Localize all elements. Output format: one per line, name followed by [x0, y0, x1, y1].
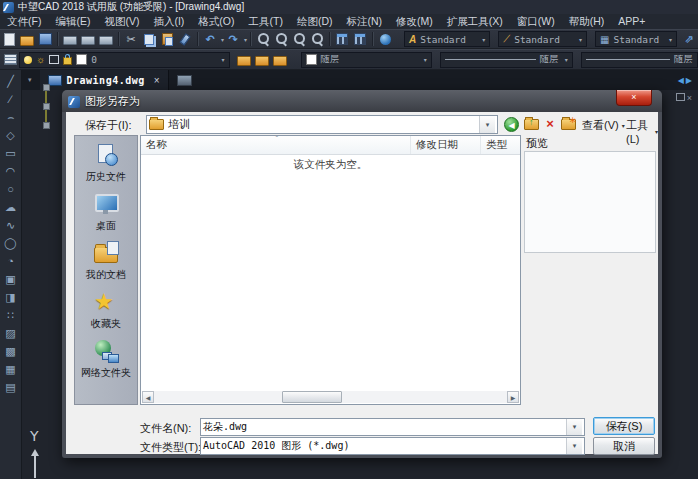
- dialog-close-button[interactable]: ×: [616, 90, 652, 106]
- line-tool-icon[interactable]: ╱: [2, 72, 20, 90]
- menu-app-plus[interactable]: APP+: [611, 14, 652, 29]
- file-list[interactable]: 名称 ˆ 修改日期 类型 该文件夹为空。 ◀ ▶: [140, 135, 521, 405]
- open-icon[interactable]: [19, 32, 35, 46]
- plot-preview-icon[interactable]: [80, 32, 96, 46]
- ellipse-tool-icon[interactable]: ◯: [2, 234, 20, 252]
- construction-line-tool-icon[interactable]: ∕: [2, 90, 20, 108]
- place-favorites[interactable]: ★ 收藏夹: [76, 289, 136, 331]
- menu-file[interactable]: 文件(F): [0, 14, 48, 29]
- layer-viewport-icon[interactable]: [49, 55, 59, 64]
- polygon-tool-icon[interactable]: ◇: [2, 126, 20, 144]
- layer-on-bulb-icon[interactable]: [24, 56, 32, 64]
- hatch-tool-icon[interactable]: ▨: [2, 324, 20, 342]
- column-modified-date[interactable]: 修改日期: [411, 136, 481, 154]
- layer-isolate-icon[interactable]: [272, 53, 288, 67]
- restore-window-icon[interactable]: [676, 93, 685, 101]
- pan-icon[interactable]: [255, 32, 271, 46]
- cut-icon[interactable]: ✂: [123, 32, 139, 46]
- layer-combo[interactable]: ☼ 0 ▾: [19, 52, 230, 68]
- horizontal-scrollbar[interactable]: ◀ ▶: [142, 391, 519, 403]
- place-desktop[interactable]: 桌面: [76, 191, 136, 233]
- gradient-tool-icon[interactable]: ▩: [2, 342, 20, 360]
- place-history[interactable]: 历史文件: [76, 142, 136, 184]
- style-manager-icon[interactable]: ⇗: [681, 32, 697, 46]
- up-one-level-button[interactable]: ↑: [523, 117, 540, 132]
- delete-button[interactable]: ×: [542, 115, 558, 132]
- revision-cloud-tool-icon[interactable]: ☁: [2, 198, 20, 216]
- lineweight-combo[interactable]: 随层: [581, 52, 698, 68]
- new-tab-icon[interactable]: [177, 75, 192, 86]
- chevron-down-icon[interactable]: ▾: [565, 56, 568, 63]
- layer-states-icon[interactable]: [254, 53, 270, 67]
- table-style-combo[interactable]: ▦ Standard ▾: [595, 31, 677, 47]
- menu-help[interactable]: 帮助(H): [562, 14, 612, 29]
- properties-palette-icon[interactable]: [334, 32, 350, 46]
- chevron-down-icon[interactable]: ▾: [566, 438, 582, 454]
- zoom-realtime-icon[interactable]: [273, 32, 289, 46]
- place-my-documents[interactable]: 我的文档: [76, 240, 136, 282]
- chevron-down-icon[interactable]: ▾: [222, 56, 225, 63]
- polyline-tool-icon[interactable]: ⌢: [2, 108, 20, 126]
- zoom-previous-icon[interactable]: [309, 32, 325, 46]
- mtext-tool-icon[interactable]: ▤: [2, 378, 20, 396]
- views-menu-button[interactable]: 查看(V) ▾: [582, 118, 625, 133]
- save-in-combo[interactable]: 培训 ▾: [146, 115, 498, 134]
- layer-unlock-icon[interactable]: [63, 57, 72, 65]
- layer-manager-icon[interactable]: [2, 53, 18, 67]
- table-tool-icon[interactable]: ▦: [2, 360, 20, 378]
- ellipse-arc-tool-icon[interactable]: ◔: [2, 252, 20, 270]
- chevron-down-icon[interactable]: ▾: [566, 419, 582, 435]
- rectangle-tool-icon[interactable]: ▭: [2, 144, 20, 162]
- point-tool-icon[interactable]: ∷: [2, 306, 20, 324]
- column-name[interactable]: 名称 ˆ: [141, 136, 411, 154]
- menu-tools[interactable]: 工具(T): [242, 14, 290, 29]
- column-type[interactable]: 类型: [481, 136, 520, 154]
- menu-draw[interactable]: 绘图(D): [290, 14, 340, 29]
- insert-block-tool-icon[interactable]: ▣: [2, 270, 20, 288]
- linetype-combo[interactable]: 随层 ▾: [440, 52, 573, 68]
- undo-icon[interactable]: ↶: [202, 32, 218, 46]
- spline-tool-icon[interactable]: ∿: [2, 216, 20, 234]
- plot-icon[interactable]: [62, 32, 78, 46]
- match-properties-icon[interactable]: [177, 32, 193, 46]
- tab-scroll-arrows-icon[interactable]: ◀▶: [678, 76, 698, 85]
- new-folder-button[interactable]: ∗: [559, 117, 577, 132]
- filetype-select[interactable]: AutoCAD 2010 图形 (*.dwg) ▾: [200, 437, 585, 455]
- menu-dimension[interactable]: 标注(N): [340, 14, 390, 29]
- scroll-right-icon[interactable]: ▶: [507, 391, 519, 403]
- place-network[interactable]: 网络文件夹: [76, 338, 136, 380]
- designcenter-icon[interactable]: [352, 32, 368, 46]
- zoom-window-icon[interactable]: [291, 32, 307, 46]
- redo-dropdown-icon[interactable]: ▾: [244, 36, 247, 43]
- undo-dropdown-icon[interactable]: ▾: [221, 36, 224, 43]
- publish-icon[interactable]: [98, 32, 114, 46]
- menu-insert[interactable]: 插入(I): [146, 14, 191, 29]
- grip-handle[interactable]: [43, 84, 50, 91]
- grip-handle[interactable]: [43, 103, 50, 110]
- filename-input[interactable]: 花朵.dwg ▾: [200, 418, 585, 436]
- copy-icon[interactable]: [141, 32, 157, 46]
- scroll-left-icon[interactable]: ◀: [142, 391, 154, 403]
- cancel-button[interactable]: 取消: [593, 437, 655, 455]
- document-tab[interactable]: Drawing4.dwg ×: [40, 70, 169, 90]
- scrollbar-thumb[interactable]: [282, 391, 342, 403]
- make-block-tool-icon[interactable]: ◨: [2, 288, 20, 306]
- save-icon[interactable]: [37, 32, 53, 46]
- tab-list-dropdown-icon[interactable]: ▾: [28, 76, 32, 84]
- close-window-icon[interactable]: ×: [687, 93, 695, 103]
- paste-icon[interactable]: [159, 32, 175, 46]
- redo-icon[interactable]: ↷: [225, 32, 241, 46]
- layer-thaw-sun-icon[interactable]: ☼: [36, 54, 45, 65]
- tools-menu-button[interactable]: 工具(L) ▾: [626, 118, 658, 145]
- menu-format[interactable]: 格式(O): [191, 14, 241, 29]
- new-icon[interactable]: [1, 32, 17, 46]
- menu-modify[interactable]: 修改(M): [389, 14, 440, 29]
- menu-express-tools[interactable]: 扩展工具(X): [440, 14, 510, 29]
- chevron-down-icon[interactable]: ▾: [479, 116, 495, 133]
- arc-tool-icon[interactable]: ◠: [2, 162, 20, 180]
- back-button[interactable]: ◀: [503, 116, 520, 133]
- grip-handle[interactable]: [43, 122, 50, 129]
- text-style-combo[interactable]: A Standard ▾: [404, 31, 490, 47]
- chevron-down-icon[interactable]: ▾: [424, 56, 427, 63]
- layer-previous-icon[interactable]: [236, 53, 252, 67]
